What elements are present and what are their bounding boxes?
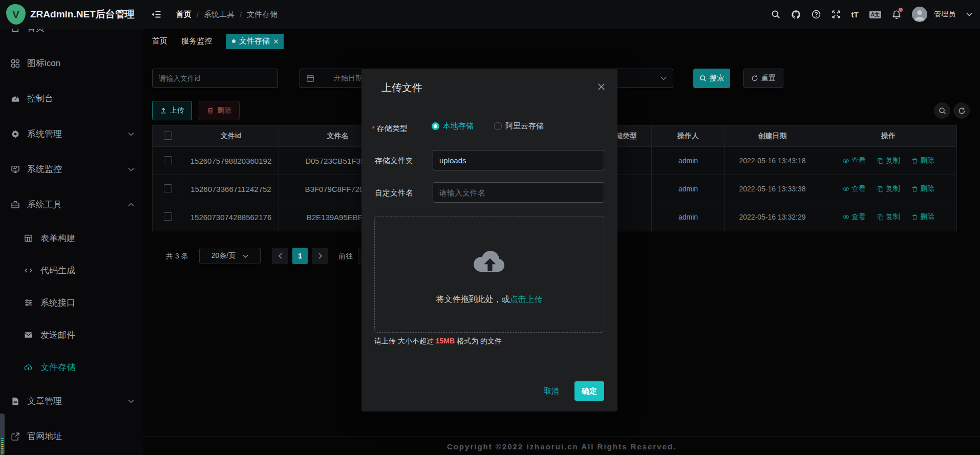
breadcrumb-system-tools: 系统工具 [204,10,235,19]
copy-link-label: 复制 [886,156,900,165]
row-checkbox[interactable] [164,156,172,164]
help-icon[interactable] [812,10,821,19]
sidebar-item-system-manage[interactable]: 系统管理 [0,116,143,151]
tab-file-storage[interactable]: 文件存储 [226,34,284,49]
footer-divider [143,437,980,437]
select-all-checkbox[interactable] [164,132,172,140]
reset-button[interactable]: 重置 [743,69,783,88]
header-actions: tT A文 管理员 [771,7,972,22]
user-name[interactable]: 管理员 [934,10,955,19]
sidebar-item-send-mail[interactable]: 发送邮件 [0,319,143,351]
refresh-table-icon[interactable] [953,102,970,119]
sidebar-item-label: 系统接口 [40,297,75,309]
search-button[interactable]: 搜索 [693,69,730,88]
upload-button[interactable]: 上传 [152,101,192,120]
radio-local-storage[interactable]: 本地存储 [432,121,474,131]
chevron-down-icon[interactable] [966,12,972,16]
form-table-icon [24,234,33,243]
chevron-down-icon [243,254,248,258]
confirm-button[interactable]: 确定 [574,381,604,401]
avatar[interactable] [912,7,927,22]
translate-icon[interactable]: A文 [869,11,881,18]
sidebar-item-label: 图标icon [27,57,60,69]
breadcrumb-file-storage: 文件存储 [247,10,278,19]
delete-link[interactable]: 删除 [911,212,934,222]
storage-type-radio-group: 本地存储 阿里云存储 [432,121,544,131]
copy-link[interactable]: 复制 [877,212,900,222]
view-link[interactable]: 查看 [842,156,866,165]
filename-input[interactable] [433,182,604,203]
cell-created: 2022-05-16 13:32:29 [725,203,820,231]
radio-aliyun-storage[interactable]: 阿里云存储 [494,121,544,131]
prev-page-button[interactable] [272,248,288,264]
trash-icon [207,107,214,114]
sidebar-item-article-manage[interactable]: 文章管理 [0,383,143,419]
upload-tip: 请上传 大小不超过 15MB 格式为 的文件 [374,337,502,346]
cancel-button[interactable]: 取消 [544,386,559,396]
file-drop-zone[interactable]: 将文件拖到此处，或点击上传 [374,216,604,333]
copy-link[interactable]: 复制 [877,156,900,165]
notification-bell-icon[interactable] [892,10,901,19]
sidebar-item-home[interactable]: 首页 [0,29,143,46]
toggle-search-icon[interactable] [934,102,950,119]
tab-service-monitor[interactable]: 服务监控 [181,36,212,46]
app-title: ZRAdmin.NET后台管理 [30,8,135,21]
sidebar-item-system-monitor[interactable]: 系统监控 [0,151,143,187]
folder-input[interactable] [433,150,604,170]
sidebar-item-system-api[interactable]: 系统接口 [0,287,143,319]
upload-cloud-icon [469,247,510,276]
active-tab-dot-icon [232,39,236,43]
menu-fold-icon[interactable] [151,10,161,18]
radio-label: 阿里云存储 [505,121,544,131]
sidebar-item-code-gen[interactable]: 代码生成 [0,254,143,287]
view-link[interactable]: 查看 [842,212,866,222]
tab-close-icon[interactable] [273,39,279,44]
date-start-placeholder: 开始日期 [334,74,363,83]
dashboard-icon [11,94,20,103]
tab-home[interactable]: 首页 [152,36,167,46]
footer-copyright: Copyright ©2022 izhaorui.cn All Rights R… [143,442,980,451]
copy-link[interactable]: 复制 [877,184,900,193]
sidebar-item-system-tools[interactable]: 系统工具 [0,187,143,222]
search-icon [699,75,707,82]
sidebar-item-form-builder[interactable]: 表单构建 [0,222,143,254]
font-size-icon[interactable]: tT [851,10,859,19]
view-link[interactable]: 查看 [842,184,866,193]
copy-link-label: 复制 [886,184,900,193]
calendar-icon [306,74,314,82]
close-icon[interactable] [598,83,605,91]
file-id-input[interactable] [152,69,278,88]
cell-file-id: 1526075798820360192 [183,147,279,175]
code-icon [24,266,33,275]
github-icon[interactable] [791,10,801,19]
delete-link[interactable]: 删除 [911,156,934,165]
search-icon[interactable] [771,10,780,19]
cloud-upload-icon [24,363,33,372]
sidebar: 首页 图标icon 控制台 系统管理 [0,29,143,455]
delete-link[interactable]: 删除 [911,184,934,193]
sidebar-menu: 首页 图标icon 控制台 系统管理 [0,29,143,454]
row-checkbox[interactable] [164,184,172,192]
click-upload-link[interactable]: 点击上传 [510,295,543,304]
sidebar-item-console[interactable]: 控制台 [0,81,143,116]
sidebar-item-official-site[interactable]: 官网地址 [0,419,143,454]
sidebar-item-label: 控制台 [27,93,53,104]
view-link-label: 查看 [851,184,866,193]
breadcrumb-separator: / [197,10,199,19]
pagination-total: 共 3 条 [166,252,188,261]
chevron-down-icon [128,167,134,171]
radio-label: 本地存储 [443,121,474,131]
row-checkbox[interactable] [164,212,172,221]
external-link-icon [11,432,20,441]
next-page-button[interactable] [312,248,328,264]
sidebar-item-icons[interactable]: 图标icon [0,46,143,81]
fullscreen-icon[interactable] [832,10,841,19]
app-logo: V [6,4,26,25]
cell-operator: admin [652,175,725,203]
current-page-button[interactable]: 1 [292,248,308,264]
page-size-select[interactable]: 20条/页 [199,248,261,264]
delete-button[interactable]: 删除 [199,101,240,120]
sidebar-item-file-storage[interactable]: 文件存储 [0,351,143,383]
view-link-label: 查看 [851,212,866,222]
breadcrumb-home[interactable]: 首页 [176,10,191,19]
